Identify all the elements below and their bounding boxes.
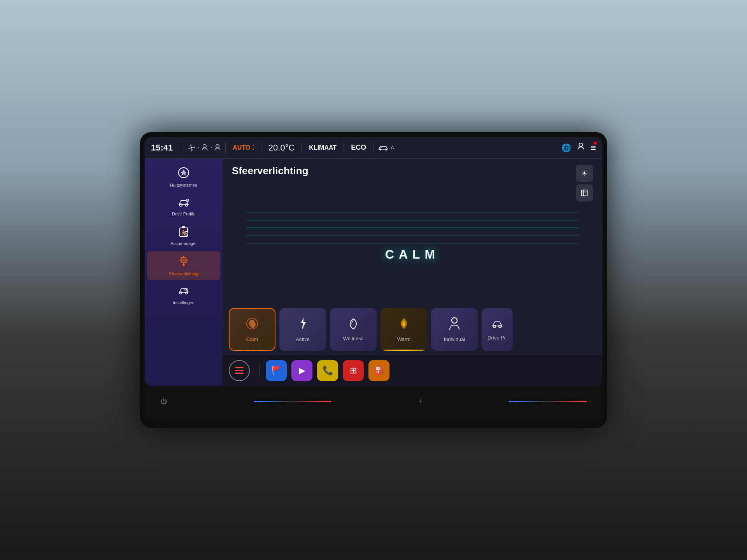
- fuel-icon: ⛽: [374, 366, 384, 376]
- svg-point-17: [182, 259, 185, 262]
- svg-point-4: [180, 204, 182, 206]
- main-screen: 15:41 · · AUTO ⁚: [145, 137, 602, 386]
- mode-card-warm[interactable]: Warm: [381, 308, 427, 351]
- fan-icon: · ·: [187, 144, 221, 152]
- mode-card-individual[interactable]: Individual: [431, 308, 478, 351]
- wellness-icon: [347, 317, 359, 332]
- instellingen-icon: [178, 285, 189, 299]
- top-bar-right: 🌐 ≡: [561, 142, 596, 153]
- quick-btn-phone[interactable]: 📞: [317, 360, 338, 381]
- profile-icon[interactable]: [577, 142, 585, 153]
- quick-btn-fuel[interactable]: ⛽: [368, 360, 389, 381]
- top-bar: 15:41 · · AUTO ⁚: [145, 137, 602, 159]
- phone-icon: 📞: [323, 366, 333, 376]
- calm-icon: [245, 317, 259, 333]
- play-icon: ▶: [299, 366, 305, 376]
- svg-point-5: [185, 204, 188, 206]
- eco-mode[interactable]: ECO: [351, 144, 366, 152]
- drive-profile-icon: [177, 197, 190, 210]
- ambient-light-btn[interactable]: [576, 184, 593, 201]
- quick-btn-grid[interactable]: ⊞: [343, 360, 364, 381]
- auto-mode[interactable]: AUTO ⁚: [233, 144, 254, 151]
- svg-point-1: [379, 149, 381, 150]
- mode-grid: Calm Active: [223, 304, 602, 355]
- brightness-btn[interactable]: ☀: [576, 165, 593, 182]
- main-content: Hulpsystemen Drive Profile: [145, 159, 602, 386]
- menu-icon[interactable]: ≡: [591, 142, 596, 153]
- sidebar: Hulpsystemen Drive Profile: [145, 159, 223, 386]
- mode-card-active[interactable]: Active: [279, 308, 326, 351]
- content-area: Sfeerverlichting ☀: [223, 159, 602, 386]
- calm-display: CALM: [246, 205, 579, 304]
- sidebar-item-instellingen[interactable]: Instellingen: [147, 282, 220, 309]
- individual-label: Individual: [444, 336, 465, 342]
- mode-card-wellness[interactable]: Wellness: [330, 308, 377, 351]
- temperature-display[interactable]: 20.0°C: [268, 143, 295, 153]
- mode-card-calm[interactable]: Calm: [229, 308, 275, 351]
- svg-point-2: [385, 149, 387, 150]
- power-button[interactable]: ⏻: [160, 397, 167, 406]
- ambient-title: Sfeerverlichting: [232, 165, 309, 177]
- screen-bezel: 15:41 · · AUTO ⁚: [140, 132, 607, 428]
- warm-label: Warm: [397, 336, 410, 342]
- klimaat-label[interactable]: KLIMAAT: [309, 144, 337, 151]
- clock: 15:41: [151, 143, 173, 153]
- svg-line-16: [186, 262, 186, 263]
- plus-button[interactable]: +: [418, 397, 423, 406]
- svg-line-15: [181, 257, 182, 258]
- sidebar-item-accumanager[interactable]: Accumanager: [147, 222, 220, 250]
- warm-icon: [398, 317, 409, 333]
- physical-controls: ⏻ +: [145, 386, 602, 417]
- wellness-label: Wellness: [343, 336, 364, 341]
- active-label: Active: [296, 336, 309, 342]
- ambient-right-icons: ☀: [576, 165, 593, 201]
- svg-point-28: [493, 325, 496, 327]
- hulpsystemen-icon: [177, 166, 190, 181]
- drive-profile-card-icon: [491, 318, 503, 332]
- accumanager-icon: [178, 226, 189, 240]
- bottom-bar: 🚩 ▶ 📞 ⊞ ⛽: [223, 355, 602, 386]
- calm-mode-text: CALM: [385, 247, 440, 262]
- globe-icon[interactable]: 🌐: [561, 143, 571, 152]
- accumanager-label: Accumanager: [170, 241, 197, 246]
- ambient-header: Sfeerverlichting ☀: [223, 159, 602, 205]
- car-mode-icon[interactable]: A: [377, 144, 394, 151]
- hulpsystemen-label: Hulpsystemen: [170, 183, 197, 187]
- individual-icon: [448, 317, 461, 333]
- svg-point-27: [452, 318, 457, 323]
- svg-rect-8: [182, 226, 185, 228]
- volume-slider[interactable]: [509, 401, 587, 402]
- sidebar-item-drive-profile[interactable]: Drive Profile: [147, 193, 220, 220]
- sidebar-item-sfeerverlichting[interactable]: Sfeerverlichting: [147, 251, 220, 280]
- sfeerverlichting-label: Sfeerverlichting: [169, 271, 198, 276]
- sfeerverlichting-icon: [177, 255, 190, 270]
- sidebar-item-hulpsystemen[interactable]: Hulpsystemen: [147, 163, 220, 191]
- mode-card-drive-profile[interactable]: Drive Pr.: [482, 308, 513, 351]
- temperature-slider[interactable]: [254, 401, 331, 402]
- quick-btn-play[interactable]: ▶: [291, 360, 312, 381]
- hamburger-button[interactable]: [229, 360, 250, 381]
- svg-point-0: [191, 147, 192, 149]
- drive-profile-label: Drive Profile: [172, 212, 195, 216]
- flag-icon: 🚩: [271, 366, 282, 376]
- quick-btn-flag[interactable]: 🚩: [266, 360, 287, 381]
- calm-label: Calm: [246, 336, 258, 342]
- instellingen-label: Instellingen: [173, 300, 195, 305]
- grid-icon: ⊞: [350, 366, 357, 376]
- active-icon: [297, 317, 309, 333]
- svg-point-29: [499, 325, 501, 327]
- drive-profile-card-label: Drive Pr.: [487, 335, 507, 341]
- hamburger-icon: [235, 367, 244, 374]
